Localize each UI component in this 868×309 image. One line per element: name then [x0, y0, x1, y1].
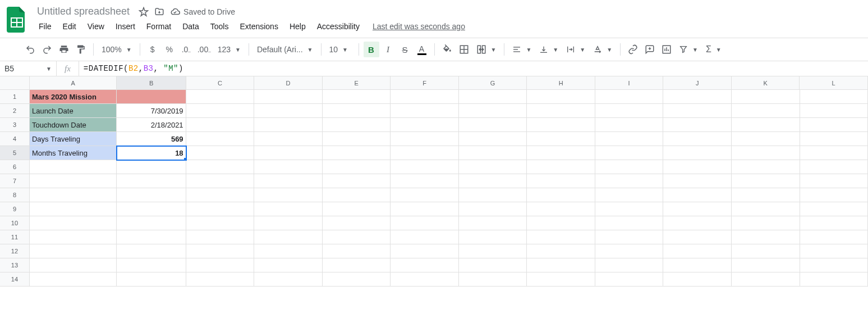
cell[interactable] — [186, 202, 255, 216]
col-header-K[interactable]: K — [732, 76, 800, 89]
cell[interactable] — [527, 132, 595, 146]
cell[interactable] — [800, 216, 868, 230]
cell[interactable] — [459, 272, 527, 287]
name-box[interactable]: B5▼ — [0, 64, 56, 73]
cell[interactable] — [800, 202, 868, 216]
cell[interactable] — [663, 188, 732, 202]
cell[interactable] — [30, 160, 117, 174]
col-header-H[interactable]: H — [527, 76, 595, 89]
cell[interactable] — [254, 272, 323, 287]
cell[interactable] — [732, 160, 800, 174]
cell[interactable] — [800, 258, 868, 272]
cell[interactable] — [254, 244, 323, 258]
italic-button[interactable]: I — [380, 42, 396, 57]
cell[interactable] — [117, 272, 186, 287]
cell[interactable] — [663, 132, 732, 146]
cell[interactable] — [254, 202, 323, 216]
redo-icon[interactable] — [39, 42, 55, 57]
undo-icon[interactable] — [22, 42, 38, 57]
col-header-G[interactable]: G — [459, 76, 527, 89]
cell[interactable] — [663, 90, 732, 104]
col-header-C[interactable]: C — [186, 76, 255, 89]
cell[interactable] — [30, 174, 117, 188]
cell[interactable] — [186, 258, 255, 272]
functions-button[interactable]: Σ▼ — [702, 42, 725, 57]
row-header-6[interactable]: 6 — [0, 160, 30, 174]
row-header-3[interactable]: 3 — [0, 118, 30, 132]
cell-B5[interactable]: 18 — [117, 146, 186, 160]
col-header-A[interactable]: A — [30, 76, 117, 89]
cell[interactable] — [323, 272, 391, 287]
cell[interactable] — [595, 118, 664, 132]
cell[interactable] — [391, 272, 459, 287]
cell[interactable] — [595, 202, 664, 216]
cell[interactable] — [663, 104, 732, 118]
cell[interactable] — [732, 188, 800, 202]
bold-button[interactable]: B — [364, 42, 379, 57]
cell[interactable] — [391, 146, 459, 160]
cell[interactable] — [459, 244, 527, 258]
cell[interactable] — [527, 244, 595, 258]
cell[interactable] — [595, 104, 664, 118]
cell[interactable] — [732, 146, 800, 160]
cell[interactable] — [323, 244, 391, 258]
cell[interactable] — [186, 188, 255, 202]
row-header-4[interactable]: 4 — [0, 132, 30, 146]
cell-B4[interactable]: 569 — [117, 132, 186, 146]
cell[interactable] — [323, 132, 391, 146]
move-icon[interactable] — [154, 7, 164, 17]
cell[interactable] — [323, 230, 391, 244]
cell[interactable] — [323, 90, 391, 104]
merge-cells-button[interactable]: ▼ — [473, 42, 500, 57]
cell[interactable] — [732, 216, 800, 230]
horizontal-align-button[interactable]: ▼ — [509, 42, 535, 57]
col-header-E[interactable]: E — [323, 76, 391, 89]
cell[interactable] — [186, 216, 255, 230]
cell[interactable] — [186, 230, 255, 244]
cell-A2[interactable]: Launch Date — [30, 104, 117, 118]
cell[interactable] — [459, 90, 527, 104]
cell[interactable] — [186, 118, 255, 132]
cell[interactable] — [527, 118, 595, 132]
cell[interactable] — [663, 202, 732, 216]
row-header-7[interactable]: 7 — [0, 174, 30, 188]
col-header-B[interactable]: B — [117, 76, 186, 89]
zoom-dropdown[interactable]: 100%▼ — [98, 42, 135, 57]
cell[interactable] — [595, 216, 664, 230]
cell[interactable] — [391, 216, 459, 230]
filter-button[interactable]: ▼ — [676, 42, 701, 57]
cell[interactable] — [459, 174, 527, 188]
cell-B2[interactable]: 7/30/2019 — [117, 104, 186, 118]
number-format-dropdown[interactable]: 123▼ — [214, 42, 244, 57]
cell[interactable] — [459, 216, 527, 230]
cell[interactable] — [30, 188, 117, 202]
cell[interactable] — [663, 258, 732, 272]
row-header-14[interactable]: 14 — [0, 272, 30, 287]
cell[interactable] — [595, 188, 664, 202]
cell[interactable] — [800, 118, 868, 132]
cell[interactable] — [391, 188, 459, 202]
cell[interactable] — [595, 244, 664, 258]
cell[interactable] — [254, 132, 323, 146]
menu-accessibility[interactable]: Accessibility — [312, 20, 365, 33]
cell[interactable] — [323, 146, 391, 160]
cell[interactable] — [800, 132, 868, 146]
cell[interactable] — [117, 188, 186, 202]
cell[interactable] — [323, 216, 391, 230]
cell-B1[interactable] — [117, 90, 186, 104]
row-header-2[interactable]: 2 — [0, 104, 30, 118]
last-edit-link[interactable]: Last edit was seconds ago — [373, 22, 465, 31]
borders-button[interactable] — [456, 42, 472, 57]
cell[interactable] — [391, 132, 459, 146]
cell[interactable] — [595, 160, 664, 174]
col-header-D[interactable]: D — [254, 76, 323, 89]
cell[interactable] — [391, 118, 459, 132]
cell[interactable] — [117, 202, 186, 216]
cell[interactable] — [254, 230, 323, 244]
insert-comment-button[interactable] — [642, 42, 658, 57]
cell[interactable] — [186, 104, 255, 118]
cell-A3[interactable]: Touchdown Date — [30, 118, 117, 132]
cell[interactable] — [732, 230, 800, 244]
cell[interactable] — [30, 230, 117, 244]
cell[interactable] — [800, 174, 868, 188]
